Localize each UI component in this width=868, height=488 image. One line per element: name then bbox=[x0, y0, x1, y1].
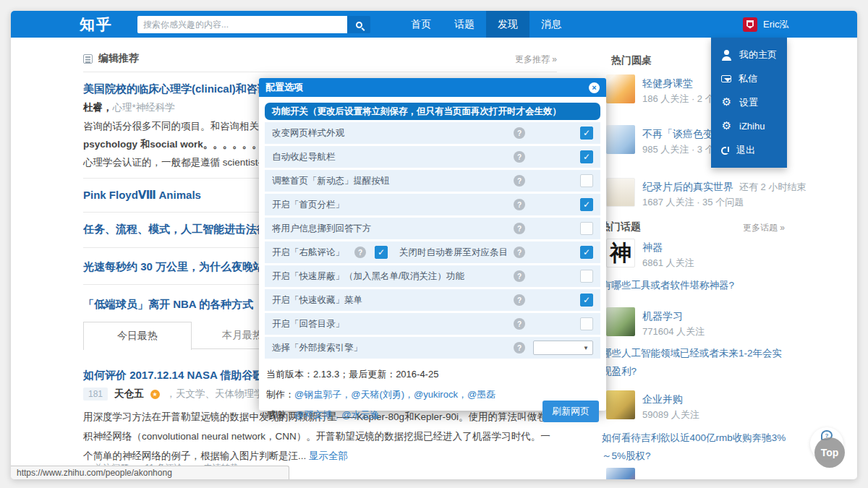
checkbox[interactable]: ✓ bbox=[580, 222, 593, 235]
topic-meta: 59089 人关注 bbox=[642, 408, 699, 421]
vote-count[interactable]: 181 bbox=[83, 388, 108, 401]
help-icon[interactable]: ? bbox=[514, 223, 525, 234]
help-icon[interactable]: ? bbox=[514, 294, 525, 306]
setting-row-quick-favorite: 开启「快速收藏」菜单 ? ✓ bbox=[265, 289, 600, 311]
user-chip[interactable]: Eric泓 bbox=[736, 11, 796, 38]
topic-question-link[interactable]: 哪些人工智能领域已经或者未来1-2年会实现盈利? bbox=[602, 344, 786, 380]
roundtable-meta: 186 人关注 · 2 个 bbox=[642, 93, 715, 106]
menu-item-logout[interactable]: 退出 bbox=[711, 140, 787, 161]
roundtable-section-title: 热门圆桌 bbox=[611, 54, 652, 67]
menu-item-messages[interactable]: 私信 bbox=[711, 68, 787, 90]
author-meta: 心理*神经科学 bbox=[113, 102, 175, 113]
settings-rows: 改变网页样式外观 ? ✓ 自动收起导航栏 ? ✓ 调整首页「新动态」提醒按钮 ?… bbox=[265, 122, 600, 359]
roundtable-thumbnail[interactable] bbox=[606, 74, 635, 103]
help-icon[interactable]: ? bbox=[514, 247, 525, 258]
menu-item-settings[interactable]: ⚙ 设置 bbox=[711, 92, 787, 114]
refresh-page-button[interactable]: 刷新网页 bbox=[542, 401, 599, 422]
nav-home[interactable]: 首页 bbox=[399, 11, 443, 38]
dialog-title: 配置选项 bbox=[265, 81, 303, 94]
topic-link[interactable]: 机器学习 bbox=[642, 310, 683, 323]
help-icon[interactable]: ? bbox=[514, 127, 525, 139]
topic-thumbnail[interactable]: 神 bbox=[606, 239, 635, 267]
topic-link[interactable]: 企业并购 bbox=[642, 393, 683, 406]
dialog-body: 功能开关（更改后设置将立刻保存，但只有当页面再次打开时才会生效） 改变网页样式外… bbox=[259, 97, 606, 359]
roundtable-link[interactable]: 纪录片后的真实世界还有 2 小时结束 bbox=[642, 181, 806, 194]
checkbox[interactable]: ✓ bbox=[580, 294, 593, 307]
menu-item-label: 私信 bbox=[739, 72, 757, 85]
setting-row-move-user-info: 将用户信息挪到回答下方 ? ✓ bbox=[265, 218, 600, 239]
topic-question-link[interactable]: 有哪些工具或者软件堪称神器? bbox=[602, 276, 786, 294]
help-icon[interactable]: ? bbox=[514, 318, 525, 330]
topic-thumbnail[interactable] bbox=[606, 307, 635, 336]
mail-icon bbox=[721, 75, 731, 82]
topic-thumbnail[interactable] bbox=[606, 390, 635, 419]
checkbox[interactable]: ✓ bbox=[580, 270, 593, 283]
gear-icon: ⚙ bbox=[721, 121, 732, 132]
nav-discover[interactable]: 发现 bbox=[486, 11, 529, 38]
tab-today-hot[interactable]: 今日最热 bbox=[83, 322, 192, 350]
thanks-links[interactable]: @邓文博，@水云逸 bbox=[294, 409, 379, 420]
roundtable-link[interactable]: 轻健身课堂 bbox=[642, 77, 693, 90]
more-recommendations-link[interactable]: 更多推荐 » bbox=[83, 53, 557, 66]
browser-page: 知乎 首页 话题 发现 消息 Eric泓 我的主页 私信 ⚙ bbox=[11, 11, 857, 479]
checkbox[interactable]: ✓ bbox=[580, 150, 593, 163]
roundtable-thumbnail[interactable] bbox=[606, 178, 635, 207]
help-icon[interactable]: ? bbox=[514, 342, 525, 354]
show-all-link[interactable]: 显示全部 bbox=[309, 450, 348, 461]
checkbox[interactable]: ✓ bbox=[580, 198, 593, 211]
menu-item-label: 退出 bbox=[736, 144, 755, 157]
made-by-links[interactable]: @钢盅郭子，@天猪(刘勇)，@yukirock，@墨磊 bbox=[294, 389, 495, 400]
help-icon[interactable]: ? bbox=[514, 151, 525, 163]
search-input[interactable] bbox=[137, 16, 347, 33]
article-author-line: 杜睿，心理*神经科学 bbox=[83, 101, 175, 114]
user-avatar bbox=[743, 17, 757, 32]
menu-item-my-profile[interactable]: 我的主页 bbox=[711, 44, 787, 66]
checkbox[interactable]: ✓ bbox=[580, 174, 593, 187]
more-topics-link[interactable]: 更多话题 » bbox=[604, 222, 785, 234]
user-dropdown-menu: 我的主页 私信 ⚙ 设置 ⚙ iZhihu 退出 bbox=[711, 38, 787, 168]
checkbox[interactable]: ✓ bbox=[580, 127, 593, 140]
help-icon[interactable]: ? bbox=[514, 175, 525, 187]
power-icon bbox=[721, 147, 729, 155]
user-name: Eric泓 bbox=[763, 18, 788, 31]
user-icon bbox=[721, 50, 732, 61]
roundtable-countdown: 还有 2 小时结束 bbox=[739, 181, 806, 192]
version-text: 当前版本：2.13.3；最后更新：2016-4-25 bbox=[266, 368, 599, 381]
search-icon bbox=[356, 22, 362, 28]
main-nav: 首页 话题 发现 消息 bbox=[399, 11, 573, 38]
back-to-top-button[interactable]: Top bbox=[814, 437, 845, 468]
setting-row-side-comments: 开启「右舷评论」 ? ✓ 关闭时自动卷屏至对应条目 ? ✓ bbox=[265, 241, 600, 263]
browser-status-bar: https://www.zhihu.com/people/akonhong bbox=[11, 466, 289, 479]
checkbox[interactable]: ✓ bbox=[580, 246, 593, 259]
floating-buttons: ? Top bbox=[797, 421, 855, 479]
setting-row-change-style: 改变网页样式外观 ? ✓ bbox=[265, 122, 600, 144]
nav-topics[interactable]: 话题 bbox=[443, 11, 486, 38]
setting-row-quick-block: 开启「快速屏蔽」（加入黑名单/取消关注）功能 ? ✓ bbox=[265, 265, 600, 287]
checkbox[interactable]: ✓ bbox=[375, 246, 388, 259]
menu-item-izhihu[interactable]: ⚙ iZhihu bbox=[711, 116, 787, 137]
top-navbar: 知乎 首页 话题 发现 消息 Eric泓 bbox=[11, 11, 857, 38]
search-engine-select[interactable]: ▼ bbox=[533, 341, 593, 355]
roundtable-thumbnail[interactable] bbox=[606, 125, 635, 154]
help-icon[interactable]: ? bbox=[354, 247, 366, 258]
help-icon[interactable]: ? bbox=[514, 199, 525, 210]
nav-messages[interactable]: 消息 bbox=[529, 11, 573, 38]
roundtable-meta: 985 人关注 · 3 个 bbox=[642, 143, 715, 156]
author-name[interactable]: 杜睿， bbox=[83, 102, 113, 113]
dialog-footer: 当前版本：2.13.3；最后更新：2016-4-25 制作：@钢盅郭子，@天猪(… bbox=[259, 359, 606, 438]
roundtable-meta: 1687 人关注 · 35 个问题 bbox=[642, 196, 744, 209]
search-button[interactable] bbox=[347, 16, 370, 33]
topic-link[interactable]: 神器 bbox=[642, 241, 663, 254]
help-icon[interactable]: ? bbox=[514, 270, 525, 282]
checkbox[interactable]: ✓ bbox=[580, 317, 593, 330]
menu-item-label: 我的主页 bbox=[739, 48, 777, 61]
answer-author[interactable]: 天仓五 bbox=[114, 388, 144, 401]
gear-icon: ⚙ bbox=[721, 97, 732, 108]
search-box bbox=[137, 16, 370, 33]
topic-question-link[interactable]: 如何看待吉利欲以近400亿rmb收购奔驰3%～5%股权? bbox=[602, 429, 786, 465]
topic-thumbnail[interactable] bbox=[606, 468, 635, 479]
topic-meta: 6861 人关注 bbox=[642, 257, 694, 270]
close-icon[interactable]: × bbox=[589, 82, 600, 93]
setting-row-home-columns: 开启「首页分栏」 ? ✓ bbox=[265, 194, 600, 215]
zhihu-logo[interactable]: 知乎 bbox=[80, 11, 113, 38]
